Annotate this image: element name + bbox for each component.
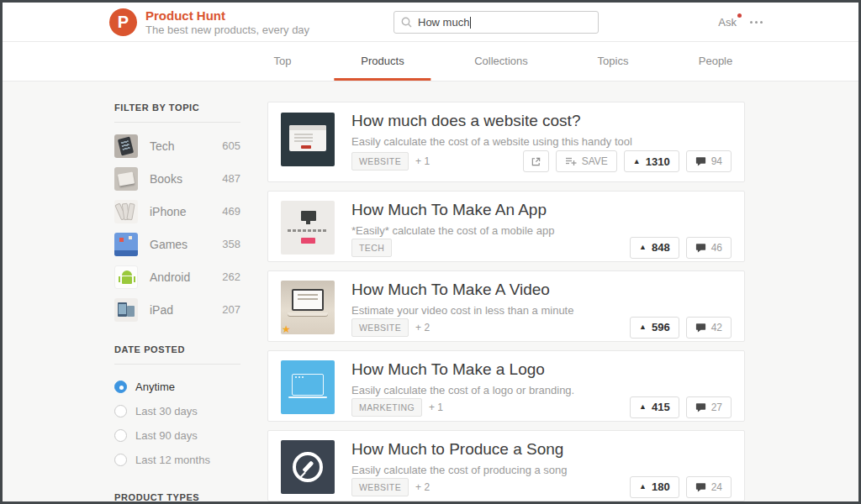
result-title[interactable]: How Much To Make a Logo <box>351 360 732 380</box>
result-card-website-cost[interactable]: How much does a website cost? Easily cal… <box>267 102 745 182</box>
topic-filter-games[interactable]: Games 358 <box>114 228 240 260</box>
upvote-count: 1310 <box>646 155 670 168</box>
result-thumbnail[interactable] <box>281 201 335 255</box>
radio-icon[interactable] <box>114 405 127 417</box>
topic-badge[interactable]: WEBSITE <box>351 318 409 337</box>
brand-tagline: The best new products, every day <box>145 24 309 36</box>
comment-count: 94 <box>711 155 722 167</box>
upvote-icon: ▲ <box>639 483 647 491</box>
topic-badge[interactable]: WEBSITE <box>351 152 409 171</box>
topic-badge[interactable]: TECH <box>351 239 392 257</box>
result-subtitle: *Easily* calculate the cost of a mobile … <box>351 224 732 237</box>
extra-topics-count: + 2 <box>415 481 430 493</box>
comments-button[interactable]: 27 <box>686 396 732 418</box>
comments-button[interactable]: 24 <box>686 476 732 498</box>
tab-topics[interactable]: Topics <box>589 42 637 81</box>
extra-topics-count: + 2 <box>415 322 430 333</box>
comments-button[interactable]: 42 <box>686 317 732 339</box>
external-link-button[interactable] <box>523 150 549 172</box>
date-filter-last-12-months[interactable]: Last 12 months <box>114 448 240 472</box>
logo-letter: P <box>118 13 129 31</box>
result-title[interactable]: How much does a website cost? <box>351 112 732 131</box>
topic-filter-books[interactable]: Books 487 <box>114 162 240 195</box>
result-thumbnail[interactable] <box>281 113 335 166</box>
radio-icon[interactable] <box>114 429 127 442</box>
more-menu-icon[interactable] <box>748 18 764 27</box>
ipad-topic-thumbnail <box>114 298 138 322</box>
upvote-button[interactable]: ▲ 848 <box>630 237 679 259</box>
date-filter-last-30-days[interactable]: Last 30 days <box>114 399 240 423</box>
upvote-icon: ▲ <box>639 323 647 331</box>
upvote-button[interactable]: ▲ 596 <box>630 317 679 339</box>
extra-topics-count: + 1 <box>415 155 430 167</box>
brand-title[interactable]: Product Hunt <box>145 8 225 23</box>
result-title[interactable]: How Much To Make An App <box>351 201 732 220</box>
comment-count: 24 <box>711 481 722 493</box>
radio-selected-icon[interactable] <box>114 381 127 393</box>
iphone-topic-thumbnail <box>114 200 138 223</box>
upvote-button[interactable]: ▲ 180 <box>630 476 679 498</box>
comments-button[interactable]: 94 <box>686 150 732 172</box>
radio-icon[interactable] <box>114 454 127 466</box>
comment-icon <box>695 156 706 166</box>
product-types-heading: PRODUCT TYPES <box>114 492 240 504</box>
result-card-make-a-video[interactable]: ★ How Much To Make A Video Estimate your… <box>267 270 745 342</box>
result-thumbnail[interactable] <box>281 440 335 494</box>
result-card-make-an-app[interactable]: How Much To Make An App *Easily* calcula… <box>267 191 745 262</box>
notification-dot-icon <box>737 13 742 18</box>
android-topic-thumbnail <box>114 265 138 289</box>
comment-icon <box>695 482 706 492</box>
result-card-make-a-logo[interactable]: How Much To Make a Logo Easily calculate… <box>267 350 745 422</box>
extra-topics-count: + 1 <box>429 402 443 413</box>
comments-button[interactable]: 46 <box>686 237 732 259</box>
ask-link[interactable]: Ask <box>718 16 737 29</box>
date-filter-last-90-days[interactable]: Last 90 days <box>114 423 240 448</box>
comment-count: 42 <box>711 322 722 333</box>
text-cursor <box>470 17 471 29</box>
upvote-icon: ▲ <box>633 158 641 165</box>
upvote-icon: ▲ <box>639 244 647 251</box>
upvote-button[interactable]: ▲ 1310 <box>624 150 679 172</box>
tab-top[interactable]: Top <box>266 42 300 81</box>
filter-by-topic-heading: FILTER BY TOPIC <box>114 102 240 122</box>
upvote-count: 415 <box>652 401 670 413</box>
result-title[interactable]: How Much to Produce a Song <box>351 440 732 459</box>
external-link-icon <box>531 156 541 167</box>
result-thumbnail[interactable] <box>281 360 335 414</box>
search-results: How much does a website cost? Easily cal… <box>267 81 745 504</box>
topic-filter-android[interactable]: Android 262 <box>114 260 240 293</box>
search-icon <box>401 17 412 28</box>
save-button[interactable]: SAVE <box>556 150 617 172</box>
featured-star-icon: ★ <box>282 324 291 334</box>
result-subtitle: Easily calculate the cost of a website u… <box>351 135 732 148</box>
tech-topic-thumbnail <box>114 134 138 158</box>
result-card-produce-a-song[interactable]: How Much to Produce a Song Easily calcul… <box>267 430 745 501</box>
result-thumbnail[interactable]: ★ <box>281 281 335 334</box>
ask-label: Ask <box>718 16 737 29</box>
topic-filter-tech[interactable]: Tech 605 <box>114 129 240 162</box>
save-label: SAVE <box>582 155 608 167</box>
search-input[interactable]: How much <box>394 11 599 34</box>
comment-count: 27 <box>711 402 722 413</box>
tab-collections[interactable]: Collections <box>466 42 536 81</box>
upvote-icon: ▲ <box>639 403 647 411</box>
result-title[interactable]: How Much To Make A Video <box>351 281 732 300</box>
topic-badge[interactable]: WEBSITE <box>351 478 409 496</box>
product-hunt-page: P Product Hunt The best new products, ev… <box>0 0 861 504</box>
tab-people[interactable]: People <box>690 42 741 81</box>
content: FILTER BY TOPIC Tech 605 Books 487 iPhon… <box>3 81 858 504</box>
date-filter-anytime[interactable]: Anytime <box>114 375 240 399</box>
topic-filter-iphone[interactable]: iPhone 469 <box>114 195 240 228</box>
upvote-count: 180 <box>652 480 670 493</box>
tab-products[interactable]: Products <box>334 42 430 81</box>
comment-icon <box>695 402 706 412</box>
upvote-button[interactable]: ▲ 415 <box>630 396 679 418</box>
topic-filter-ipad[interactable]: iPad 207 <box>114 293 240 326</box>
search-query-text: How much <box>418 16 469 29</box>
header-actions: Ask <box>718 3 764 42</box>
header: P Product Hunt The best new products, ev… <box>3 3 858 42</box>
topic-badge[interactable]: MARKETING <box>351 398 422 417</box>
comment-icon <box>695 243 706 253</box>
product-hunt-logo[interactable]: P <box>109 8 137 36</box>
games-topic-thumbnail <box>114 233 138 256</box>
